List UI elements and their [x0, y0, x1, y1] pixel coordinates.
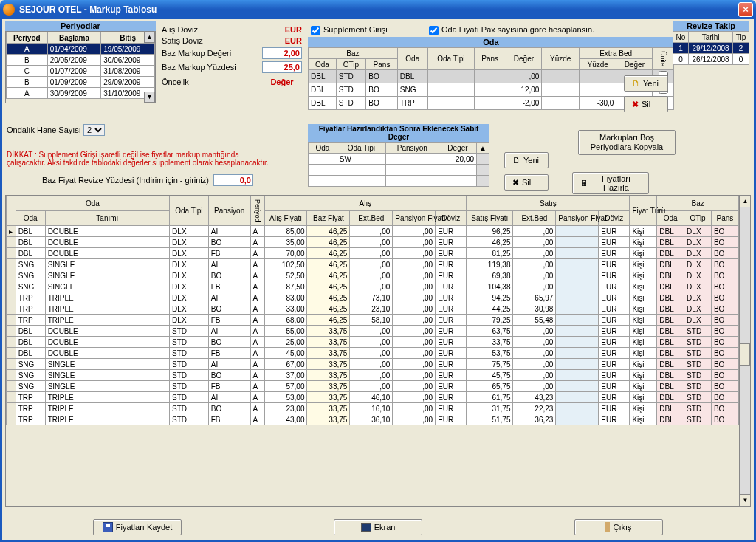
- table-row[interactable]: SNGSINGLEDLXAIA102,5046,25,00,00EUR119,3…: [7, 259, 739, 270]
- table-row[interactable]: SNGSINGLESTDFBA57,0033,75,00,00EUR65,75,…: [7, 381, 739, 392]
- satis-doviz-value: EUR: [285, 36, 302, 45]
- oda-header: Oda: [308, 37, 674, 47]
- supplement-checkbox[interactable]: Supplement Girişi: [311, 25, 388, 35]
- oda-col-unite: Ünite: [653, 48, 674, 70]
- markup-fields: Alış DövizEUR Satış DövizEUR Baz Markup …: [162, 25, 302, 89]
- oda-row[interactable]: DBLSTDBOSNG12,00: [309, 83, 674, 97]
- sabit-sil-button[interactable]: ✖Sil: [504, 174, 549, 191]
- sabit-header: Fiyatlar Hazırlandıktan Sonra Eklenecek …: [308, 124, 489, 142]
- period-row[interactable]: A30/09/200931/10/2009: [7, 88, 155, 99]
- oda-col-odatipi: Oda Tipi: [427, 48, 474, 70]
- dikkat-text: DİKKAT : Supplement Girişi işaretli deği…: [7, 151, 280, 167]
- satis-doviz-label: Satış Döviz: [162, 36, 203, 45]
- sabit-table[interactable]: OdaOda TipiPansiyonDeğer▲ SW20,00: [308, 142, 489, 187]
- window-title: SEJOUR OTEL - Markup Tablosu: [19, 4, 738, 15]
- table-row[interactable]: TRPTRIPLESTDBOA23,0033,7516,10,00EUR31,7…: [7, 403, 739, 414]
- table-row[interactable]: ▸DBLDOUBLEDLXAIA85,0046,25,00,00EUR96,25…: [7, 226, 739, 237]
- grid-scrollbar[interactable]: [739, 196, 750, 506]
- sabit-row[interactable]: SW20,00: [309, 154, 489, 165]
- periods-panel: Periyodlar PeriyodBaşlamaBitiş A01/04/20…: [5, 21, 156, 103]
- oda-col-yuzde: Yüzde: [542, 48, 580, 70]
- baz-markup-label: Baz Markup Değeri: [162, 49, 231, 58]
- new-icon: 🗋: [632, 79, 640, 88]
- revize-table[interactable]: NoTarihiTip 129/12/20082026/12/20080: [673, 31, 749, 65]
- new-icon: 🗋: [512, 156, 520, 165]
- oda-col-oda: Oda: [397, 48, 427, 70]
- footer-buttons: Fiyatları Kaydet Ekran Çıkış: [2, 519, 754, 535]
- table-row[interactable]: TRPTRIPLEDLXAIA83,0046,2573,10,00EUR94,2…: [7, 292, 739, 303]
- alis-doviz-value: EUR: [285, 25, 302, 34]
- table-row[interactable]: SNGSINGLEDLXBOA52,5046,25,00,00EUR69,38,…: [7, 270, 739, 281]
- revize-panel: Revize Takip NoTarihiTip 129/12/20082026…: [673, 21, 749, 65]
- revize-yuzdesi-field: Baz Fiyat Revize Yüzdesi (İndirim için -…: [42, 174, 253, 186]
- revize-row[interactable]: 129/12/20082: [673, 43, 749, 54]
- table-row[interactable]: SNGSINGLESTDBOA37,0033,75,00,00EUR45,75,…: [7, 370, 739, 381]
- cikis-button[interactable]: Çıkış: [574, 519, 663, 535]
- ondalik-field: Ondalık Hane Sayısı 2: [7, 124, 105, 136]
- period-row[interactable]: B20/05/200930/06/2009: [7, 55, 155, 66]
- period-row[interactable]: A01/04/200919/05/2009: [7, 44, 155, 55]
- oda-col-pans: Pans: [474, 48, 506, 70]
- table-row[interactable]: TRPTRIPLESTDFBA43,0033,7536,10,00EUR51,7…: [7, 414, 739, 425]
- table-row[interactable]: DBLDOUBLESTDFBA45,0033,75,00,00EUR53,75,…: [7, 348, 739, 359]
- oda-side-buttons: 🗋Yeni ✖Sil: [624, 75, 668, 112]
- oda-row[interactable]: DBLSTDBODBL,00: [309, 70, 674, 83]
- oda-row[interactable]: DBLSTDBOTRP-2,00-30,0: [309, 97, 674, 110]
- kaydet-button[interactable]: Fiyatları Kaydet: [93, 519, 182, 535]
- baz-markup-yuz-input[interactable]: [262, 61, 302, 73]
- oncelik-label: Öncelik: [162, 78, 189, 86]
- period-row[interactable]: B01/09/200929/09/2009: [7, 77, 155, 88]
- revize-row[interactable]: 026/12/20080: [673, 54, 749, 65]
- baz-markup-input[interactable]: [262, 47, 302, 59]
- oda-yeni-button[interactable]: 🗋Yeni: [624, 75, 668, 92]
- calc-icon: 🖩: [580, 179, 588, 188]
- table-row[interactable]: TRPTRIPLESTDAIA53,0033,7546,10,00EUR61,7…: [7, 392, 739, 403]
- oda-sil-button[interactable]: ✖Sil: [624, 96, 668, 112]
- table-row[interactable]: SNGSINGLESTDAIA67,0033,75,00,00EUR75,75,…: [7, 359, 739, 370]
- titlebar[interactable]: SEJOUR OTEL - Markup Tablosu ×: [0, 0, 756, 19]
- sabit-yeni-button[interactable]: 🗋Yeni: [504, 152, 549, 168]
- table-row[interactable]: DBLDOUBLEDLXFBA70,0046,25,00,00EUR81,25,…: [7, 248, 739, 259]
- oda-panel: Oda Baz Oda Oda Tipi Pans Değer Yüzde Ex…: [308, 35, 674, 110]
- fiyatlari-hazirla-button[interactable]: 🖩Fiyatları Hazırla: [572, 172, 649, 194]
- delete-icon: ✖: [632, 100, 639, 109]
- revyz-input[interactable]: [213, 174, 253, 186]
- grid-scroll-thumb[interactable]: [739, 343, 750, 366]
- pax-checkbox[interactable]: Oda Fiyatı Pax sayısına göre hesaplansın…: [429, 25, 594, 35]
- periods-scroll-up[interactable]: ▲: [144, 32, 155, 43]
- revyz-label: Baz Fiyat Revize Yüzdesi (İndirim için -…: [42, 176, 209, 185]
- price-grid[interactable]: Oda Oda Tipi Pansiyon Periyod Alış Satış…: [5, 195, 751, 507]
- sabit-side-buttons: 🗋Yeni ✖Sil: [504, 152, 549, 191]
- screen-icon: [361, 523, 371, 532]
- close-icon[interactable]: ×: [738, 2, 753, 17]
- periods-table[interactable]: PeriyodBaşlamaBitiş A01/04/200919/05/200…: [6, 32, 155, 99]
- table-row[interactable]: DBLDOUBLESTDAIA55,0033,75,00,00EUR63,75,…: [7, 326, 739, 337]
- sabit-deger-panel: Fiyatlar Hazırlandıktan Sonra Eklenecek …: [308, 124, 489, 187]
- app-icon: [3, 4, 15, 16]
- revize-header: Revize Takip: [673, 21, 749, 31]
- ondalik-label: Ondalık Hane Sayısı: [7, 126, 81, 134]
- ondalik-select[interactable]: 2: [83, 124, 105, 136]
- exit-icon: [605, 522, 610, 532]
- ekran-button[interactable]: Ekran: [334, 519, 422, 535]
- kopyala-button[interactable]: Markupları Boş Periyodlara Kopyala: [578, 130, 676, 155]
- table-row[interactable]: DBLDOUBLESTDBOA25,0033,75,00,00EUR33,75,…: [7, 337, 739, 348]
- oda-table[interactable]: Baz Oda Oda Tipi Pans Değer Yüzde Extra …: [308, 47, 674, 110]
- alis-doviz-label: Alış Döviz: [162, 25, 198, 34]
- table-row[interactable]: TRPTRIPLEDLXBOA33,0046,2523,10,00EUR44,2…: [7, 303, 739, 315]
- period-row[interactable]: C01/07/200931/08/2009: [7, 66, 155, 77]
- table-row[interactable]: SNGSINGLEDLXFBA87,5046,25,00,00EUR104,38…: [7, 281, 739, 292]
- oncelik-value[interactable]: Değer: [262, 78, 302, 86]
- oda-col-deger: Değer: [506, 48, 542, 70]
- table-row[interactable]: TRPTRIPLEDLXFBA68,0046,2558,10,00EUR79,2…: [7, 315, 739, 326]
- periods-scroll-down[interactable]: ▼: [144, 92, 155, 103]
- periods-header: Periyodlar: [5, 21, 156, 31]
- baz-markup-yuz-label: Baz Markup Yüzdesi: [162, 63, 236, 72]
- save-icon: [103, 522, 113, 532]
- delete-icon: ✖: [512, 178, 519, 188]
- table-row[interactable]: DBLDOUBLEDLXBOA35,0046,25,00,00EUR46,25,…: [7, 237, 739, 248]
